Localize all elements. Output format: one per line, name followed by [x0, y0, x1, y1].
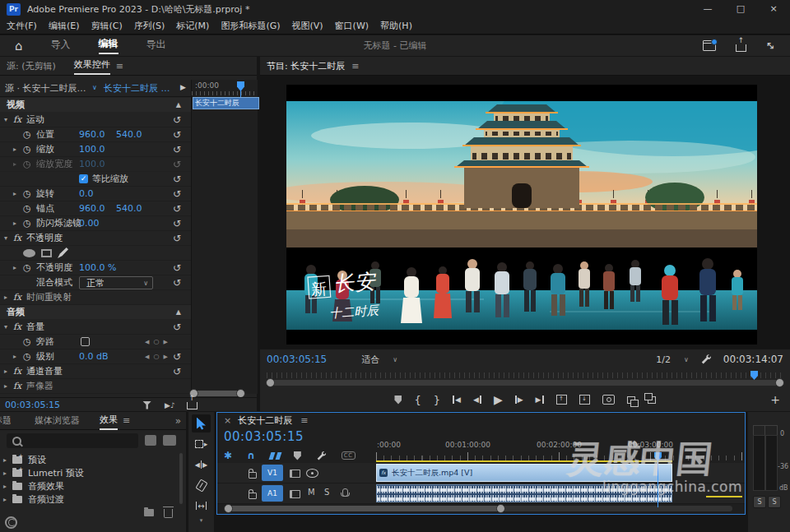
ripple-edit-tool[interactable]: ◀▶: [192, 456, 211, 474]
filter-properties-icon[interactable]: [142, 401, 151, 409]
workspace-switcher-icon[interactable]: [703, 40, 716, 51]
keyframe-nav[interactable]: ◀○▶: [145, 353, 168, 360]
effect-volume[interactable]: ▾ fx 音量 ↺: [0, 320, 191, 335]
value[interactable]: 0.0: [79, 188, 94, 199]
track-lock-icon[interactable]: [249, 472, 257, 479]
ec-zoom-scrollbar[interactable]: [191, 391, 244, 396]
value[interactable]: 0.00: [79, 218, 100, 229]
tab-effect-controls[interactable]: 效果控件: [74, 57, 110, 75]
tab-edit[interactable]: 编辑: [99, 37, 118, 54]
timeline-timecode[interactable]: 00:03:05:15: [224, 429, 304, 444]
value[interactable]: 0.0 dB: [79, 351, 109, 362]
panel-menu-icon[interactable]: ≡: [351, 61, 359, 72]
reset-icon[interactable]: ↺: [173, 203, 181, 215]
twirl-icon[interactable]: ▾: [4, 323, 7, 331]
creative-cloud-icon[interactable]: [5, 516, 17, 529]
twirl-icon[interactable]: ▸: [4, 368, 7, 375]
add-marker-icon[interactable]: [294, 451, 301, 460]
param-bypass[interactable]: ◷ 旁路 ◀○▶: [0, 335, 191, 349]
checkbox-unchecked[interactable]: [81, 337, 90, 346]
go-to-in-icon[interactable]: ◀: [453, 396, 461, 404]
fx-icon[interactable]: fx: [13, 322, 21, 332]
fx-icon[interactable]: fx: [13, 233, 21, 243]
menu-graphics[interactable]: 图形和标题(G): [221, 20, 280, 32]
track-lock-icon[interactable]: [249, 493, 257, 499]
solo-track-icon[interactable]: S: [324, 488, 329, 497]
multicam-view-icon[interactable]: [648, 396, 656, 404]
tab-import[interactable]: 导入: [51, 38, 71, 53]
ec-sequence-dropdown-arrow[interactable]: ∨: [92, 84, 97, 91]
button-editor-plus-icon[interactable]: +: [770, 393, 780, 406]
twirl-icon[interactable]: ▸: [13, 353, 16, 360]
menu-view[interactable]: 视图(V): [292, 20, 323, 32]
zoom-level-dropdown[interactable]: 适合∨: [361, 354, 397, 366]
effects-bin-presets[interactable]: ▸ 预设: [3, 453, 176, 466]
twirl-icon[interactable]: ▸: [13, 220, 16, 227]
twirl-icon[interactable]: ▸: [4, 382, 7, 390]
param-scale[interactable]: ▸ ◷ 缩放 100.0 ↺: [0, 142, 191, 157]
menu-edit[interactable]: 编辑(E): [49, 20, 80, 32]
sequence-tab[interactable]: 长安十二时辰: [238, 414, 292, 427]
twirl-icon[interactable]: ▸: [4, 294, 7, 301]
effect-opacity[interactable]: ▾ fx 不透明度 ↺: [0, 231, 191, 246]
track-select-forward-tool[interactable]: ▸: [192, 435, 211, 453]
ec-play-toggle-icon[interactable]: ▶: [180, 83, 186, 91]
reset-icon[interactable]: ↺: [173, 188, 181, 200]
effect-channel-volume[interactable]: ▸ fx 通道音量 ↺: [0, 364, 191, 379]
value-y[interactable]: 540.0: [116, 129, 142, 140]
menu-window[interactable]: 窗口(W): [335, 20, 369, 32]
step-forward-icon[interactable]: ▶: [515, 396, 523, 404]
tab-source-monitor[interactable]: 源: (无剪辑): [7, 60, 56, 72]
program-panel-title[interactable]: 节目: 长安十二时辰: [267, 60, 345, 72]
lift-icon[interactable]: ↑: [556, 395, 567, 405]
ec-export-icon[interactable]: [187, 402, 198, 409]
blend-mode-dropdown[interactable]: 正常 ∨: [79, 276, 153, 289]
quick-export-icon[interactable]: [736, 44, 746, 52]
twirl-icon[interactable]: ▸: [13, 146, 16, 153]
stopwatch-icon[interactable]: ◷: [23, 131, 31, 139]
selection-tool[interactable]: [192, 414, 211, 433]
value-x[interactable]: 960.0: [79, 203, 105, 214]
value-y[interactable]: 540.0: [116, 203, 142, 214]
param-blend-mode[interactable]: 混合模式 正常 ∨ ↺: [0, 275, 191, 290]
playback-resolution-dropdown[interactable]: 1/2∨: [656, 354, 689, 365]
program-current-timecode[interactable]: 00:03:05:15: [267, 354, 327, 365]
twirl-icon[interactable]: ▸: [13, 190, 16, 197]
play-button-icon[interactable]: ▶: [494, 393, 503, 406]
ellipse-mask-icon[interactable]: [23, 249, 35, 257]
effect-panner[interactable]: ▸ fx 声像器: [0, 379, 191, 394]
param-opacity[interactable]: ▸ ◷ 不透明度 100.0 % ↺: [0, 261, 191, 275]
effect-motion[interactable]: ▾ fx 运动 ↺: [0, 113, 191, 127]
reset-icon[interactable]: ↺: [173, 277, 181, 289]
menu-help[interactable]: 帮助(H): [380, 20, 412, 32]
razor-tool[interactable]: [192, 476, 211, 494]
add-marker-icon[interactable]: [394, 396, 402, 405]
panel-menu-icon[interactable]: ≡: [116, 61, 123, 72]
extract-icon[interactable]: ↓: [579, 395, 590, 405]
fx-icon[interactable]: fx: [13, 366, 21, 377]
stopwatch-icon[interactable]: ◷: [23, 146, 31, 154]
play-audio-icon[interactable]: ▶♪: [165, 401, 175, 409]
tab-effects[interactable]: 效果: [100, 412, 118, 430]
fullscreen-icon[interactable]: ↔: [763, 38, 778, 53]
close-button[interactable]: ×: [757, 0, 790, 18]
tab-titles[interactable]: 标题: [0, 414, 12, 427]
stopwatch-icon[interactable]: ◷: [23, 190, 31, 198]
audio-clip-a1[interactable]: [376, 484, 672, 502]
sync-lock-icon[interactable]: [290, 490, 300, 498]
section-audio[interactable]: 音频 ▲: [0, 305, 191, 320]
reset-icon[interactable]: ↺: [173, 233, 181, 244]
timeline-ruler[interactable]: :00:00 00:01:00:00 00:02:00:00 00:03:00:…: [376, 436, 745, 462]
comparison-view-icon[interactable]: [627, 396, 635, 404]
maximize-button[interactable]: □: [724, 0, 757, 18]
effects-bin-audio-effects[interactable]: ▸ 音频效果: [3, 479, 176, 493]
linked-selection-icon[interactable]: [268, 452, 275, 460]
twirl-icon[interactable]: ▾: [4, 234, 7, 242]
pen-mask-icon[interactable]: [58, 247, 68, 258]
32bit-effects-badge-icon[interactable]: [163, 435, 176, 446]
tab-media-browser[interactable]: 媒体浏览器: [35, 414, 80, 427]
close-sequence-icon[interactable]: ×: [224, 415, 231, 426]
reset-icon[interactable]: ↺: [173, 129, 181, 141]
sync-lock-icon[interactable]: [290, 470, 300, 478]
mark-out-icon[interactable]: }: [434, 394, 440, 406]
